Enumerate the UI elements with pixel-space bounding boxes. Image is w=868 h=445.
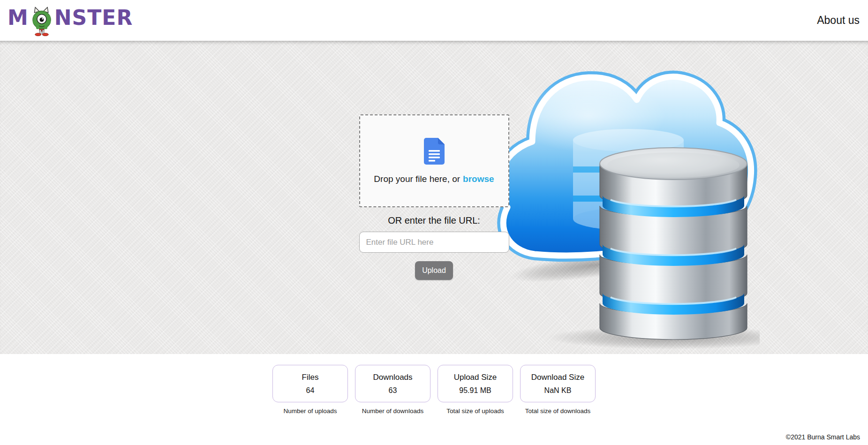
cloud-database-illustration xyxy=(488,41,760,351)
document-icon xyxy=(424,138,445,165)
stat-card: Files 64 xyxy=(272,365,348,402)
drop-text-label: Drop your file here, or xyxy=(374,174,460,184)
stat-value: 95.91 MB xyxy=(459,386,491,395)
nav-about-us[interactable]: About us xyxy=(817,14,860,27)
stat-value: 64 xyxy=(306,386,315,395)
stat-value: NaN KB xyxy=(544,386,572,395)
stat-title: Download Size xyxy=(531,373,584,382)
stat-title: Downloads xyxy=(373,373,412,382)
stat-upload-size: Upload Size 95.91 MB Total size of uploa… xyxy=(438,365,513,415)
stat-downloads: Downloads 63 Number of downloads xyxy=(355,365,430,415)
stat-caption: Total size of downloads xyxy=(520,407,596,415)
stat-card: Upload Size 95.91 MB xyxy=(438,365,513,402)
brand-letters-nster: NSTER xyxy=(54,3,133,32)
stat-caption: Number of downloads xyxy=(355,407,430,415)
file-dropzone[interactable]: Drop your file here, orbrowse xyxy=(359,114,509,207)
stat-value: 63 xyxy=(389,386,397,395)
database-icon xyxy=(600,148,747,339)
dropzone-text: Drop your file here, orbrowse xyxy=(374,174,494,184)
stat-card: Downloads 63 xyxy=(355,365,430,402)
file-url-input[interactable] xyxy=(359,232,509,253)
upload-panel: Drop your file here, orbrowse OR enter t… xyxy=(359,114,509,280)
stat-files: Files 64 Number of uploads xyxy=(272,365,348,415)
header: M NSTER About us xyxy=(0,0,868,41)
stat-title: Upload Size xyxy=(454,373,497,382)
browse-link[interactable]: browse xyxy=(463,174,494,184)
monster-logo[interactable]: M NSTER xyxy=(0,3,133,38)
stat-caption: Number of uploads xyxy=(272,407,348,415)
stat-card: Download Size NaN KB xyxy=(520,365,596,402)
url-prompt-label: OR enter the file URL: xyxy=(359,215,509,226)
copyright-text: ©2021 Burna Smart Labs xyxy=(786,433,860,441)
monster-icon xyxy=(30,4,54,38)
stat-title: Files xyxy=(302,373,319,382)
stat-download-size: Download Size NaN KB Total size of downl… xyxy=(520,365,596,415)
page: M NSTER About us xyxy=(0,0,868,445)
main-area: Drop your file here, orbrowse OR enter t… xyxy=(0,41,868,354)
stat-caption: Total size of uploads xyxy=(438,407,513,415)
stats-section: Files 64 Number of uploads Downloads 63 … xyxy=(0,354,868,445)
brand-letter-m: M xyxy=(8,3,29,32)
upload-button[interactable]: Upload xyxy=(415,261,453,280)
stats-cards-row: Files 64 Number of uploads Downloads 63 … xyxy=(0,354,868,415)
